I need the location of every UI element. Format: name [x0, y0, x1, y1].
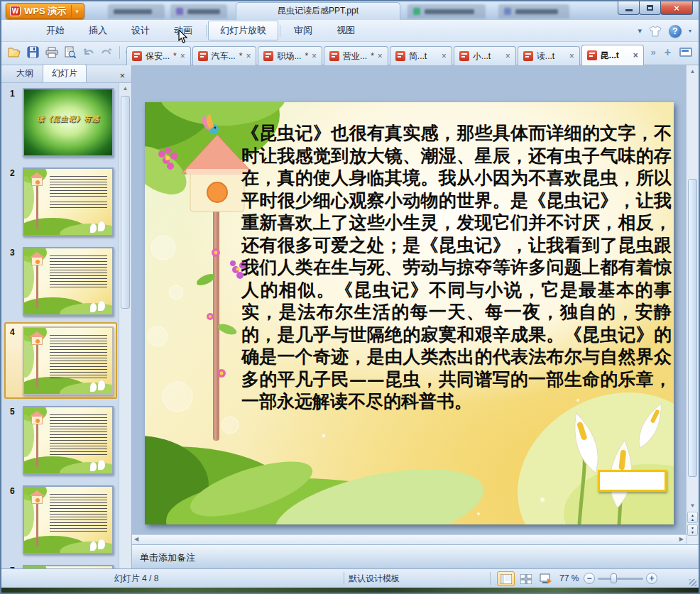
menu-tab-design[interactable]: 设计: [119, 21, 162, 40]
workspace: 大纲 幻灯片 × 1 读《昆虫记》有感 2: [1, 65, 699, 568]
doc-tab-du[interactable]: 读...t ×: [518, 46, 580, 65]
app-button-label: WPS 演示: [24, 5, 71, 18]
minimize-button[interactable]: [618, 1, 640, 15]
tab-close-icon[interactable]: ×: [378, 53, 383, 60]
tab-close-icon[interactable]: ×: [505, 53, 510, 60]
doc-tab-qiche[interactable]: 汽车... * ×: [192, 46, 257, 65]
slide-editing-area[interactable]: 《昆虫记》也很有真实感，那些具体而详细的文字，不时让我感觉到放大镜、潮湿、星辰，…: [132, 65, 686, 534]
tab-outline[interactable]: 大纲: [7, 65, 43, 82]
doc-tab-xiao[interactable]: 小...t ×: [454, 46, 516, 65]
slide-thumbnail-4-selected[interactable]: 4: [1, 321, 119, 401]
resize-grip[interactable]: [689, 579, 696, 586]
tab-close-icon[interactable]: ×: [633, 52, 638, 59]
thumbnail-scrollbar[interactable]: ▲: [119, 83, 131, 568]
titlebar: W WPS 演示 ▾ 昆虫记读后感PPT.ppt ×: [1, 1, 699, 20]
scroll-down-icon[interactable]: ▼: [687, 502, 699, 509]
scrollbar-thumb[interactable]: [121, 96, 130, 309]
panel-close-icon[interactable]: ×: [119, 72, 125, 79]
next-slide-button[interactable]: ▼▼: [687, 524, 698, 536]
tab-slides[interactable]: 幻灯片: [43, 64, 87, 82]
zoom-slider-track[interactable]: [598, 578, 643, 580]
tab-close-icon[interactable]: ×: [180, 53, 185, 60]
doc-tab-baoan[interactable]: 保安... * ×: [126, 46, 191, 65]
status-separator: [490, 572, 491, 585]
ppt-file-icon: [459, 51, 469, 61]
close-button[interactable]: ×: [660, 1, 693, 15]
tab-close-icon[interactable]: ×: [442, 53, 447, 60]
tab-close-icon[interactable]: ×: [246, 53, 251, 60]
scroll-left-icon[interactable]: ◀: [134, 536, 138, 542]
tab-close-icon[interactable]: ×: [569, 53, 574, 60]
slide-thumbnail-7[interactable]: 7: [1, 560, 119, 568]
menu-tab-home[interactable]: 开始: [34, 21, 77, 40]
blurred-document-tab[interactable]: [498, 4, 569, 18]
new-document-icon[interactable]: +: [665, 48, 671, 57]
menu-tab-slideshow[interactable]: 幻灯片放映: [208, 21, 278, 40]
document-tab-strip: 保安... * × 汽车... * × 职场... * × 营业... * ×: [126, 45, 645, 65]
slide-number-placeholder[interactable]: [598, 470, 667, 492]
print-preview-icon[interactable]: [63, 45, 77, 59]
app-menu-caret-icon[interactable]: ▾: [71, 5, 81, 17]
slide-canvas[interactable]: 《昆虫记》也很有真实感，那些具体而详细的文字，不时让我感觉到放大镜、潮湿、星辰，…: [145, 102, 674, 524]
scroll-up-icon[interactable]: ▲: [687, 68, 699, 75]
zoom-out-button[interactable]: −: [584, 573, 595, 584]
active-document-title-tab[interactable]: 昆虫记读后感PPT.ppt: [236, 2, 400, 20]
slide-thumbnail-list: 1 读《昆虫记》有感 2: [1, 83, 119, 568]
ppt-file-icon: [132, 51, 142, 61]
doc-tab-yingye[interactable]: 营业... * ×: [324, 46, 388, 65]
thumbnail-slide-title: 读《昆虫记》有感: [24, 114, 112, 124]
slide-thumbnail-3[interactable]: 3: [1, 242, 119, 321]
design-template-name[interactable]: 默认设计模板: [300, 569, 449, 588]
scroll-up-icon[interactable]: ▲: [119, 85, 131, 92]
blurred-document-tab[interactable]: [170, 4, 227, 18]
save-icon[interactable]: [26, 45, 40, 59]
ppt-file-icon: [523, 51, 533, 61]
arrange-windows-icon[interactable]: [679, 48, 692, 57]
horizontal-scrollbar[interactable]: ◀ ▶: [132, 534, 686, 544]
slide-thumbnail-5[interactable]: 5: [1, 401, 119, 480]
slide-body-text[interactable]: 《昆虫记》也很有真实感，那些具体而详细的文字，不时让我感觉到放大镜、潮湿、星辰，…: [241, 122, 672, 413]
skin-theme-icon[interactable]: [649, 26, 662, 37]
slide-thumbnail-1[interactable]: 1 读《昆虫记》有感: [1, 83, 119, 163]
zoom-slider-handle[interactable]: [611, 573, 617, 583]
thumbnail-title-slide: 读《昆虫记》有感: [24, 89, 112, 155]
tab-scroll-right-icon[interactable]: »: [650, 47, 655, 57]
wps-logo-icon: W: [10, 6, 21, 16]
slide-thumbnail-6[interactable]: 6: [1, 480, 119, 560]
previous-slide-button[interactable]: ▲▲: [687, 512, 698, 523]
close-icon: ×: [674, 3, 679, 13]
doc-tab-zhichang[interactable]: 职场... * ×: [258, 46, 322, 65]
zoom-percentage: 77 %: [559, 569, 579, 588]
ppt-file-icon: [395, 51, 405, 61]
menu-tab-insert[interactable]: 插入: [77, 21, 119, 40]
tab-close-icon[interactable]: ×: [312, 53, 317, 60]
notes-pane[interactable]: 单击添加备注: [132, 544, 699, 568]
help-icon[interactable]: ?: [669, 25, 682, 38]
maximize-button[interactable]: [639, 1, 661, 15]
ppt-file-icon: [198, 51, 208, 61]
blurred-document-tab[interactable]: [408, 4, 486, 18]
slide-sorter-view-button[interactable]: [517, 571, 535, 586]
doc-tab-kun-active[interactable]: 昆...t ×: [581, 45, 644, 65]
menu-tab-view[interactable]: 视图: [324, 21, 367, 40]
slide-counter: 幻灯片 4 / 8: [44, 569, 229, 588]
print-icon[interactable]: [45, 45, 58, 59]
slide-thumbnail-2[interactable]: 2: [1, 163, 119, 242]
zoom-in-button[interactable]: +: [646, 573, 657, 584]
minimize-icon: [625, 9, 633, 11]
slideshow-view-button[interactable]: [537, 571, 554, 586]
blurred-document-tab[interactable]: [108, 4, 165, 18]
scrollbar-thumb[interactable]: [688, 179, 697, 477]
open-file-icon[interactable]: [8, 45, 21, 59]
scroll-right-icon[interactable]: ▶: [679, 536, 684, 542]
ribbon-collapse-icon[interactable]: ▾: [638, 26, 642, 35]
redo-icon[interactable]: [100, 45, 114, 59]
normal-view-button[interactable]: [497, 571, 515, 586]
help-caret-icon[interactable]: ▾: [689, 28, 691, 34]
vertical-scrollbar[interactable]: ▲ ▼ ▲▲ ▼▼: [686, 65, 699, 544]
menu-tab-review[interactable]: 审阅: [282, 21, 324, 40]
undo-icon[interactable]: [82, 45, 95, 59]
wps-presentation-window: W WPS 演示 ▾ 昆虫记读后感PPT.ppt × 开始 插入 设计 动画: [0, 0, 700, 594]
wps-app-menu-button[interactable]: W WPS 演示 ▾: [6, 3, 84, 19]
doc-tab-jian[interactable]: 简...t ×: [390, 46, 452, 65]
